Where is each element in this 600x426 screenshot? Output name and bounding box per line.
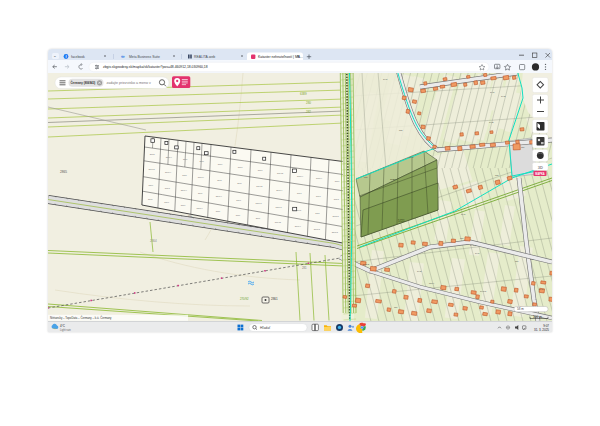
svg-text:Čermany (806943): Čermany (806943) (71, 80, 96, 85)
svg-text:2861: 2861 (271, 297, 278, 301)
svg-text:5721: 5721 (398, 219, 405, 223)
svg-text:280/12: 280/12 (256, 185, 263, 187)
svg-text:1440/3: 1440/3 (480, 290, 487, 292)
svg-text:2808/2: 2808/2 (314, 228, 321, 230)
svg-text:∞: ∞ (121, 53, 125, 59)
svg-text:1439/2: 1439/2 (363, 263, 370, 265)
svg-text:280/12: 280/12 (277, 172, 284, 174)
svg-text:1820: 1820 (390, 178, 396, 181)
svg-text:2808/2: 2808/2 (332, 215, 339, 217)
svg-text:Meta Business Suite: Meta Business Suite (129, 55, 160, 59)
svg-text:zadajte priezvisko a meno v: zadajte priezvisko a meno v (107, 81, 152, 85)
svg-text:280: 280 (306, 101, 311, 105)
svg-text:2809/3: 2809/3 (256, 202, 263, 204)
svg-text:2801/4: 2801/4 (166, 156, 173, 158)
svg-text:2801/4: 2801/4 (276, 189, 283, 191)
svg-text:1440/3: 1440/3 (470, 244, 477, 246)
svg-text:2801/4: 2801/4 (297, 175, 304, 177)
svg-text:281/5: 281/5 (150, 153, 156, 155)
svg-text:280/12: 280/12 (275, 221, 282, 223)
svg-text:6389: 6389 (300, 92, 307, 96)
svg-text:2801/4: 2801/4 (295, 225, 302, 227)
svg-text:2801/4: 2801/4 (165, 171, 172, 173)
svg-text:Nitriansky – TopoData – Čerman: Nitriansky – TopoData – Čermany – k.ú. Č… (50, 315, 112, 320)
svg-text:3D: 3D (538, 165, 543, 170)
svg-text:zbgis.skgeodesy.sk/mapka/sk/ka: zbgis.skgeodesy.sk/mapka/sk/kataster?pos… (103, 65, 208, 69)
svg-text:2801/4: 2801/4 (197, 207, 204, 209)
svg-text:281/5: 281/5 (334, 198, 340, 200)
svg-text:Hľadať: Hľadať (260, 325, 271, 329)
svg-text:281: 281 (302, 266, 307, 270)
svg-text:REALITA-web: REALITA-web (194, 55, 215, 59)
svg-text:2801/4: 2801/4 (181, 189, 188, 191)
svg-text:2864: 2864 (150, 239, 157, 243)
svg-text:MAPKA: MAPKA (535, 172, 545, 176)
svg-text:100 m: 100 m (533, 315, 542, 319)
svg-text:2809/3: 2809/3 (276, 206, 283, 208)
svg-text:58 m: 58 m (517, 307, 524, 311)
svg-text:31. 3. 2025: 31. 3. 2025 (534, 327, 549, 331)
svg-text:677/4: 677/4 (429, 282, 435, 284)
svg-text:282: 282 (306, 110, 311, 114)
svg-text:Kataster nehnuteľností | MA...: Kataster nehnuteľností | MA... (258, 55, 303, 59)
svg-text:270/92: 270/92 (240, 297, 249, 301)
svg-text:2801/4: 2801/4 (198, 176, 205, 178)
svg-text:2801/4: 2801/4 (316, 177, 323, 179)
svg-text:281/5: 281/5 (165, 187, 171, 189)
svg-text:281/5: 281/5 (296, 209, 302, 211)
svg-text:2808/2: 2808/2 (332, 231, 339, 233)
svg-text:4°C: 4°C (60, 323, 66, 327)
svg-text:280/12: 280/12 (148, 168, 155, 170)
svg-text:facebook: facebook (71, 55, 85, 59)
svg-text:2801/4: 2801/4 (216, 195, 223, 197)
svg-text:2865: 2865 (60, 170, 67, 174)
svg-text:Light rain: Light rain (60, 327, 71, 331)
